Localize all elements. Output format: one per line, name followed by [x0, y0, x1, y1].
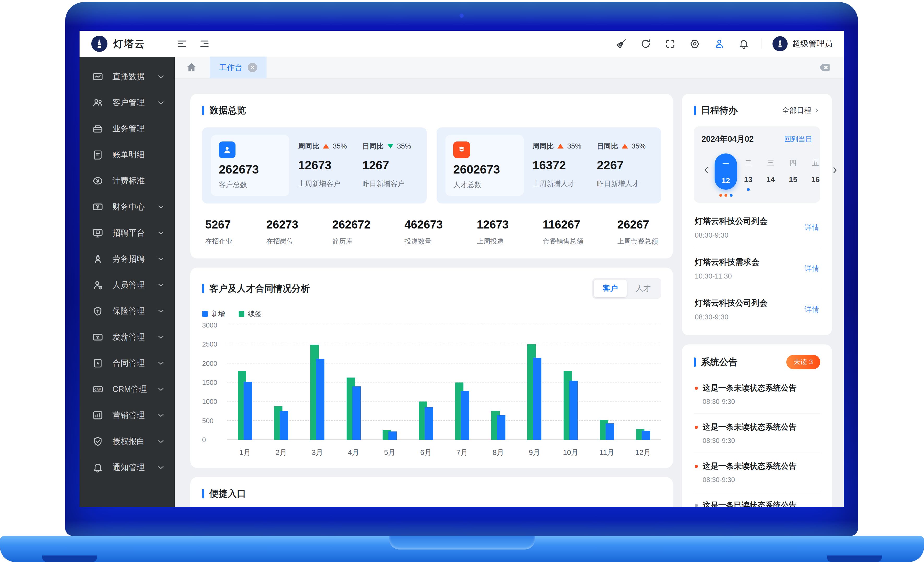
y-tick: 1500	[202, 378, 217, 387]
quick-stat: 26267上周套餐总额	[617, 218, 658, 246]
metric-value: 2267	[597, 158, 652, 172]
chevron-down-icon	[156, 359, 165, 368]
bar-add-6月[interactable]	[424, 407, 433, 440]
bar-group-6月	[408, 325, 444, 440]
x-tick: 3月	[299, 448, 336, 457]
announcement-item[interactable]: 这是一条未读状态系统公告08:30-9:30	[694, 453, 820, 492]
quick-stat-label: 在招岗位	[266, 237, 298, 246]
sidebar-item-label: 通知管理	[112, 462, 156, 473]
schedule-item-time: 08:30-9:30	[695, 232, 804, 239]
schedule-item: 灯塔云科技公司列会08:30-9:30详情	[694, 289, 820, 325]
toggle-人才[interactable]: 人才	[627, 280, 660, 297]
chevron-down-icon	[156, 411, 165, 420]
schedule-item: 灯塔云科技公司列会08:30-9:30详情	[694, 208, 820, 248]
billing-standard-icon	[92, 175, 104, 187]
calendar-day-13[interactable]: 二13	[737, 154, 759, 197]
bar-add-11月[interactable]	[606, 423, 614, 440]
brand-name: 灯塔云	[113, 37, 145, 51]
calendar-prev-icon[interactable]	[702, 166, 711, 175]
bar-add-2月[interactable]	[280, 411, 288, 440]
bar-chart: 050010001500200025003000	[202, 325, 661, 440]
stat-value: 2602673	[453, 162, 516, 176]
home-icon[interactable]	[186, 62, 197, 73]
x-tick: 4月	[335, 448, 372, 457]
menu-fold-icon[interactable]	[177, 38, 188, 49]
tab-workbench[interactable]: 工作台	[210, 57, 267, 78]
calendar-day-16[interactable]: 五16	[804, 154, 827, 197]
sidebar-item-7[interactable]: 劳务招聘	[80, 246, 175, 272]
x-tick: 5月	[372, 448, 408, 457]
refresh-icon[interactable]	[640, 38, 651, 49]
metric-label: 日同比	[597, 142, 618, 151]
detail-link[interactable]: 详情	[804, 305, 819, 314]
x-tick: 2月	[263, 448, 299, 457]
announcement-item[interactable]: 这是一条未读状态系统公告08:30-9:30	[694, 414, 820, 453]
y-tick: 3000	[202, 321, 217, 329]
status-dot	[695, 387, 698, 390]
bar-group-4月	[335, 325, 372, 440]
detail-link[interactable]: 详情	[804, 223, 819, 233]
fullscreen-icon[interactable]	[664, 38, 676, 49]
sidebar-item-3[interactable]: 账单明细	[80, 142, 175, 168]
sidebar-item-6[interactable]: 招聘平台	[80, 220, 175, 246]
sidebar-item-15[interactable]: 通知管理	[80, 454, 175, 480]
announcement-item[interactable]: 这是一条已读状态系统公告08:30-9:30	[694, 492, 820, 507]
sidebar-item-0[interactable]: 直播数据	[80, 64, 175, 90]
all-schedule-link[interactable]: 全部日程	[782, 106, 820, 115]
tab-close-icon[interactable]	[248, 63, 257, 72]
payroll-icon	[92, 332, 104, 343]
x-tick: 1月	[227, 448, 263, 457]
service-icon[interactable]	[714, 38, 725, 49]
chevron-down-icon	[156, 463, 165, 472]
sidebar-item-1[interactable]: 客户管理	[80, 90, 175, 116]
calendar-day-15[interactable]: 四15	[782, 154, 804, 197]
sidebar-item-11[interactable]: 合同管理	[80, 350, 175, 376]
sidebar-item-12[interactable]: CRMCRM管理	[80, 376, 175, 402]
sidebar-item-14[interactable]: 授权报白	[80, 428, 175, 454]
bell-icon[interactable]	[738, 38, 750, 49]
calendar-day-12[interactable]: 一12	[715, 154, 737, 197]
announcement-item[interactable]: 这是一条未读状态系统公告08:30-9:30	[694, 375, 820, 414]
sidebar-item-5[interactable]: 财务中心	[80, 194, 175, 220]
settings-icon[interactable]	[689, 38, 700, 49]
avatar[interactable]	[772, 36, 788, 51]
bar-add-3月[interactable]	[316, 359, 324, 440]
clear-tabs-icon[interactable]	[819, 61, 831, 74]
sidebar-item-9[interactable]: 保险管理	[80, 298, 175, 324]
sidebar-item-4[interactable]: 计费标准	[80, 168, 175, 194]
bar-add-10月[interactable]	[569, 381, 578, 440]
sidebar: 直播数据客户管理业务管理账单明细计费标准财务中心招聘平台劳务招聘人员管理保险管理…	[80, 57, 175, 507]
detail-link[interactable]: 详情	[804, 264, 819, 274]
bar-add-7月[interactable]	[461, 391, 469, 440]
broom-icon[interactable]	[615, 38, 627, 49]
sidebar-item-label: 劳务招聘	[112, 254, 156, 265]
menu-unfold-icon[interactable]	[199, 38, 210, 49]
customer-icon	[219, 142, 236, 158]
quick-entry-title: 便捷入口	[209, 487, 246, 500]
menu-toggles	[177, 38, 210, 49]
chart-card: 客户及人才合同情况分析 客户人才 新增续签 050010001500200025…	[190, 268, 673, 468]
sidebar-item-label: 授权报白	[112, 436, 156, 447]
calendar-day-14[interactable]: 三14	[759, 154, 782, 197]
contract-icon	[92, 357, 104, 369]
sidebar-item-2[interactable]: 业务管理	[80, 116, 175, 142]
sidebar-item-10[interactable]: 发薪管理	[80, 324, 175, 350]
sidebar-item-8[interactable]: 人员管理	[80, 272, 175, 298]
toggle-客户[interactable]: 客户	[594, 280, 627, 297]
bar-add-8月[interactable]	[497, 415, 506, 440]
bar-add-1月[interactable]	[244, 382, 252, 440]
metric-label: 周同比	[532, 142, 554, 151]
laptop-base	[0, 536, 924, 562]
bar-group-7月	[444, 325, 480, 440]
quick-stat-label: 上周投递	[477, 237, 508, 246]
back-to-today-link[interactable]: 回到当日	[784, 135, 812, 144]
bar-add-4月[interactable]	[352, 386, 361, 440]
calendar-next-icon[interactable]	[830, 166, 840, 175]
metric-percent: 35%	[333, 142, 347, 150]
bar-add-12月[interactable]	[642, 431, 650, 440]
bar-add-5月[interactable]	[388, 432, 397, 440]
bar-add-9月[interactable]	[533, 358, 542, 440]
y-tick: 2000	[202, 359, 217, 368]
sidebar-item-label: 账单明细	[112, 149, 165, 160]
sidebar-item-13[interactable]: 营销管理	[80, 402, 175, 428]
